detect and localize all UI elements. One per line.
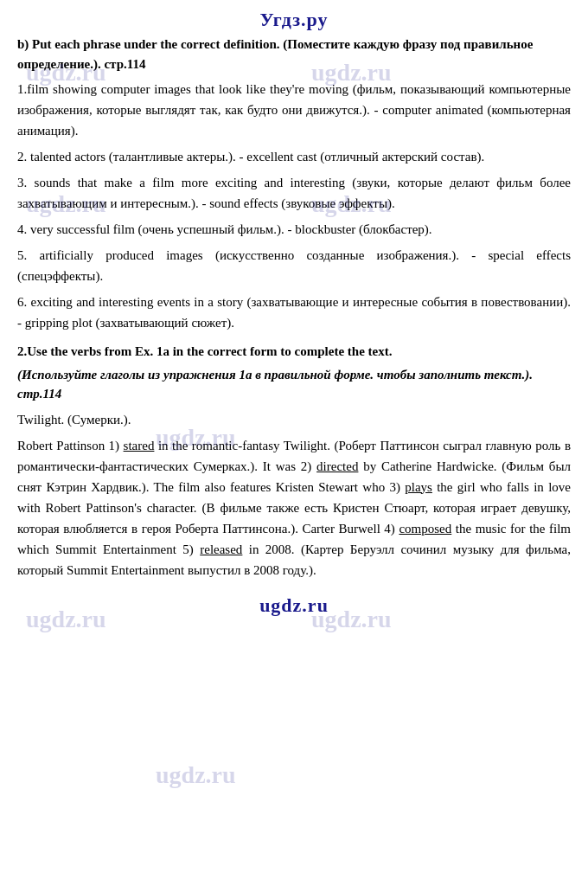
item-5-text: 5. artificially produced images (искусст…: [17, 248, 571, 283]
site-header: Угдз.ру: [17, 9, 571, 31]
verb-directed: directed: [316, 459, 358, 473]
twilight-title: Twilight. (Сумерки.).: [17, 409, 571, 430]
watermark-8: ugdz.ru: [156, 761, 236, 789]
verb-composed: composed: [399, 522, 451, 536]
section-2-italic-text: (Используйте глаголы из упражнения 1а в …: [17, 368, 533, 401]
section-2-italic-heading: (Используйте глаголы из упражнения 1а в …: [17, 365, 571, 404]
item-3: 3. sounds that make a film more exciting…: [17, 172, 571, 214]
text-before-stared: Robert Pattinson 1): [17, 439, 124, 452]
section-b-content: 1.film showing computer images that look…: [17, 79, 571, 333]
bottom-watermark: ugdz.ru: [17, 594, 571, 617]
section-b-heading: b) Put each phrase under the correct def…: [17, 35, 571, 74]
item-6-text: 6. exciting and interesting events in a …: [17, 295, 571, 330]
item-5: 5. artificially produced images (искусст…: [17, 245, 571, 286]
verb-plays: plays: [405, 480, 432, 494]
item-4-text: 4. very successful film (очень успешный …: [17, 222, 432, 236]
page-container: ugdz.ru ugdz.ru ugdz.ru ugdz.ru ugdz.ru …: [0, 0, 588, 634]
item-4: 4. very successful film (очень успешный …: [17, 219, 571, 240]
section-b-heading-text: b) Put each phrase under the correct def…: [17, 37, 533, 71]
section-2-heading: 2.Use the verbs from Ex. 1a in the corre…: [17, 342, 571, 362]
section-2-heading-text: 2.Use the verbs from Ex. 1a in the corre…: [17, 344, 392, 358]
item-1: 1.film showing computer images that look…: [17, 79, 571, 141]
item-6: 6. exciting and interesting events in a …: [17, 292, 571, 333]
item-1-text: 1.film showing computer images that look…: [17, 82, 571, 138]
item-2: 2. talented actors (талантливые актеры.)…: [17, 146, 571, 167]
twilight-paragraph: Robert Pattinson 1) stared in the romant…: [17, 435, 571, 581]
item-2-text: 2. talented actors (талантливые актеры.)…: [17, 150, 484, 164]
section-2-content: Twilight. (Сумерки.). Robert Pattinson 1…: [17, 409, 571, 581]
verb-stared: stared: [124, 439, 155, 452]
verb-released: released: [200, 542, 242, 556]
twilight-title-text: Twilight. (Сумерки.).: [17, 413, 131, 427]
item-3-text: 3. sounds that make a film more exciting…: [17, 176, 571, 210]
